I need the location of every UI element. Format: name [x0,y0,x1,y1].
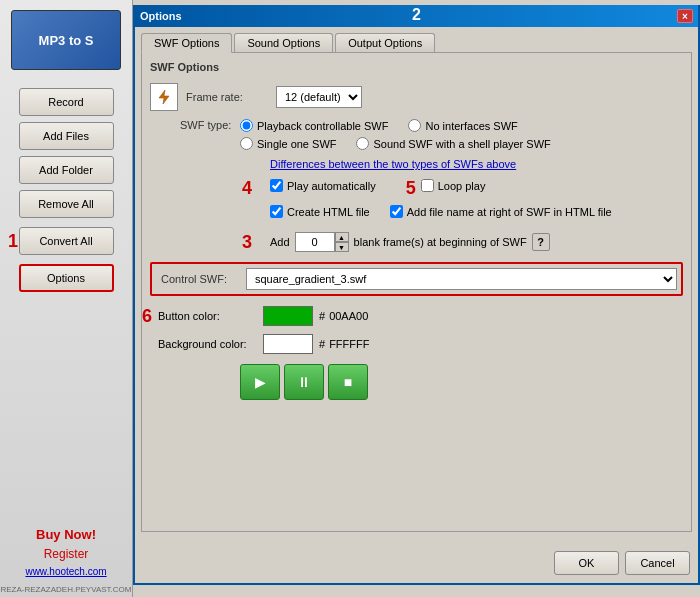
sidebar: MP3 to S Record Add Files Add Folder Rem… [0,0,133,597]
num-3-label: 3 [242,232,252,253]
button-color-label: Button color: [158,310,263,322]
bg-color-value: FFFFFF [329,338,369,350]
frame-rate-label: Frame rate: [186,91,276,103]
bg-color-swatch[interactable] [263,334,313,354]
play-auto-checkbox[interactable]: Play automatically [270,179,376,192]
spinner-down[interactable]: ▼ [335,242,349,252]
add-files-button[interactable]: Add Files [19,122,114,150]
control-swf-row: Control SWF: square_gradient_3.swfround_… [150,262,683,296]
svg-marker-0 [159,90,169,104]
bg-color-label: Background color: [158,338,263,350]
add-filename-checkbox[interactable]: Add file name at right of SWF in HTML fi… [390,205,612,218]
button-color-row: Button color: # 00AA00 [150,306,683,326]
button-color-swatch[interactable] [263,306,313,326]
register-link[interactable]: Register [44,547,89,561]
player-buttons: ▶ ⏸ ■ [150,364,683,400]
radio-playback-controllable[interactable]: Playback controllable SWF [240,119,388,132]
options-button[interactable]: Options [19,264,114,292]
blank-frames-label: blank frame(s) at beginning of SWF [354,236,527,248]
spinner-controls: ▲ ▼ [335,232,349,252]
tab-sound-options[interactable]: Sound Options [234,33,333,52]
website-link[interactable]: www.hootech.com [25,566,106,577]
swf-type-row: SWF type: Playback controllable SWF No i… [150,119,683,150]
help-button[interactable]: ? [532,233,550,251]
options-dialog: Options 2 × SWF Options Sound Options Ou… [133,5,700,585]
play-button[interactable]: ▶ [240,364,280,400]
bg-color-row: Background color: # FFFFFF [150,334,683,354]
num-4-label: 4 [242,178,252,199]
swf-type-label: SWF type: [150,119,240,131]
add-label: Add [270,236,290,248]
control-swf-label: Control SWF: [156,273,246,285]
num-2-title: 2 [412,6,421,24]
num-1-label: 1 [8,231,18,252]
tabs-container: SWF Options Sound Options Output Options [135,29,698,52]
blank-frames-input[interactable] [295,232,335,252]
close-button[interactable]: × [677,9,693,23]
record-button[interactable]: Record [19,88,114,116]
remove-all-button[interactable]: Remove All [19,190,114,218]
button-color-value: 00AA00 [329,310,368,322]
loop-play-checkbox[interactable]: Loop play [421,179,486,192]
app-logo: MP3 to S [11,10,121,70]
num-6-label: 6 [142,306,152,327]
cancel-button[interactable]: Cancel [625,551,690,575]
radio-no-interfaces[interactable]: No interfaces SWF [408,119,517,132]
num-5-label: 5 [406,178,416,199]
watermark-text: REZA-REZAZADEH.PEYVAST.COM [1,585,132,594]
tab-content-swf: SWF Options Frame rate: 12 (default)1524… [141,52,692,532]
differences-link[interactable]: Differences between the two types of SWF… [270,158,683,170]
tab-output-options[interactable]: Output Options [335,33,435,52]
flash-icon [150,83,178,111]
frame-rate-select[interactable]: 12 (default)152430 [276,86,362,108]
title-bar: Options 2 × [135,5,698,27]
radio-sound-swf[interactable]: Sound SWF with a shell player SWF [356,137,550,150]
control-swf-select[interactable]: square_gradient_3.swfround_gradient.swf [246,268,677,290]
section-title-swf: SWF Options [150,61,683,73]
tab-swf-options[interactable]: SWF Options [141,33,232,53]
convert-all-button[interactable]: Convert All [19,227,114,255]
frame-rate-row: Frame rate: 12 (default)152430 [150,83,683,111]
spinner-up[interactable]: ▲ [335,232,349,242]
stop-button[interactable]: ■ [328,364,368,400]
create-html-checkbox[interactable]: Create HTML file [270,205,370,218]
buy-now-link[interactable]: Buy Now! [36,527,96,542]
dialog-footer: OK Cancel [554,551,690,575]
ok-button[interactable]: OK [554,551,619,575]
dialog-title: Options [140,10,182,22]
radio-single-one[interactable]: Single one SWF [240,137,336,150]
add-folder-button[interactable]: Add Folder [19,156,114,184]
swf-type-radios: Playback controllable SWF No interfaces … [240,119,551,150]
pause-button[interactable]: ⏸ [284,364,324,400]
